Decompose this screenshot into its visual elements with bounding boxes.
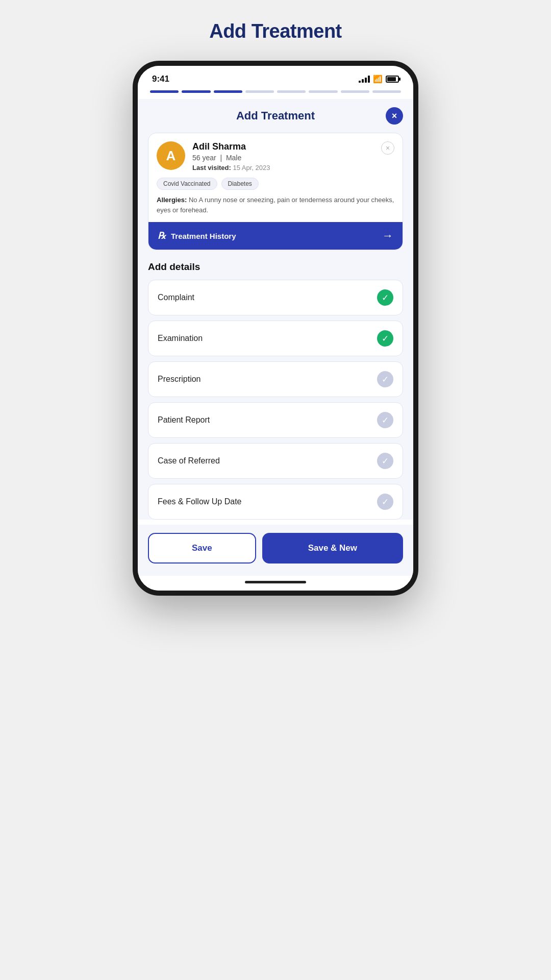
- tag-covid: Covid Vaccinated: [157, 178, 217, 190]
- treatment-history-label: Treatment History: [171, 232, 236, 240]
- progress-bar: [138, 88, 413, 99]
- tags-row: Covid Vaccinated Diabetes: [157, 178, 394, 190]
- progress-segment-5: [277, 90, 306, 93]
- screen-content: Add Treatment × A Adil Sharma 56 year | …: [138, 99, 413, 520]
- check-icon-examination: ✓: [377, 330, 393, 347]
- patient-name: Adil Sharma: [192, 141, 374, 152]
- modal-title: Add Treatment: [236, 109, 315, 122]
- patient-details: Adil Sharma 56 year | Male Last visited:…: [192, 141, 374, 172]
- signal-icon: [359, 76, 370, 83]
- progress-segment-2: [182, 90, 210, 93]
- battery-icon: [386, 76, 399, 83]
- detail-item-label-case-referred: Case of Referred: [158, 456, 220, 465]
- detail-item-complaint[interactable]: Complaint ✓: [148, 280, 403, 315]
- save-new-button[interactable]: Save & New: [262, 533, 403, 564]
- detail-item-label-complaint: Complaint: [158, 293, 194, 302]
- card-dismiss-button[interactable]: ×: [381, 141, 394, 155]
- detail-item-examination[interactable]: Examination ✓: [148, 321, 403, 356]
- check-icon-fees-followup: ✓: [377, 494, 393, 510]
- progress-segment-8: [372, 90, 401, 93]
- detail-item-label-prescription: Prescription: [158, 375, 201, 384]
- progress-segment-7: [341, 90, 369, 93]
- save-button[interactable]: Save: [148, 533, 256, 564]
- treatment-history-left: ℞ Treatment History: [158, 230, 236, 241]
- close-button[interactable]: ×: [386, 107, 403, 125]
- patient-meta: 56 year | Male: [192, 154, 374, 162]
- home-bar: [245, 581, 306, 583]
- patient-card: A Adil Sharma 56 year | Male Last visite…: [148, 133, 403, 250]
- detail-item-case-referred[interactable]: Case of Referred ✓: [148, 443, 403, 479]
- allergies-text: Allergies: No A runny nose or sneezing, …: [157, 195, 394, 215]
- detail-item-patient-report[interactable]: Patient Report ✓: [148, 402, 403, 438]
- check-icon-case-referred: ✓: [377, 453, 393, 469]
- tag-diabetes: Diabetes: [221, 178, 259, 190]
- detail-item-prescription[interactable]: Prescription ✓: [148, 361, 403, 397]
- page-outer-title: Add Treatment: [209, 20, 342, 42]
- status-bar: 9:41 📶: [138, 66, 413, 88]
- detail-item-label-examination: Examination: [158, 334, 203, 343]
- detail-item-label-patient-report: Patient Report: [158, 415, 210, 425]
- avatar: A: [157, 141, 185, 170]
- progress-segment-4: [245, 90, 274, 93]
- phone-frame: 9:41 📶 Add Treatment ×: [133, 61, 418, 596]
- modal-header: Add Treatment ×: [148, 109, 403, 122]
- add-details-section: Add details Complaint ✓ Examination ✓ Pr…: [148, 261, 403, 520]
- progress-segment-6: [309, 90, 337, 93]
- check-icon-complaint: ✓: [377, 289, 393, 306]
- status-icons: 📶: [359, 75, 399, 84]
- rx-icon: ℞: [158, 230, 166, 241]
- treatment-history-bar[interactable]: ℞ Treatment History →: [148, 222, 403, 250]
- detail-item-label-fees-followup: Fees & Follow Up Date: [158, 497, 242, 506]
- check-icon-prescription: ✓: [377, 371, 393, 387]
- bottom-buttons: Save Save & New: [138, 525, 413, 576]
- progress-segment-1: [150, 90, 179, 93]
- home-indicator: [138, 576, 413, 591]
- add-details-label: Add details: [148, 261, 403, 273]
- patient-last-visited: Last visited: 15 Apr, 2023: [192, 164, 374, 172]
- wifi-icon: 📶: [373, 75, 383, 84]
- status-time: 9:41: [152, 74, 169, 84]
- check-icon-patient-report: ✓: [377, 412, 393, 428]
- detail-item-fees-followup[interactable]: Fees & Follow Up Date ✓: [148, 484, 403, 520]
- progress-segment-3: [214, 90, 242, 93]
- arrow-right-icon: →: [382, 229, 393, 242]
